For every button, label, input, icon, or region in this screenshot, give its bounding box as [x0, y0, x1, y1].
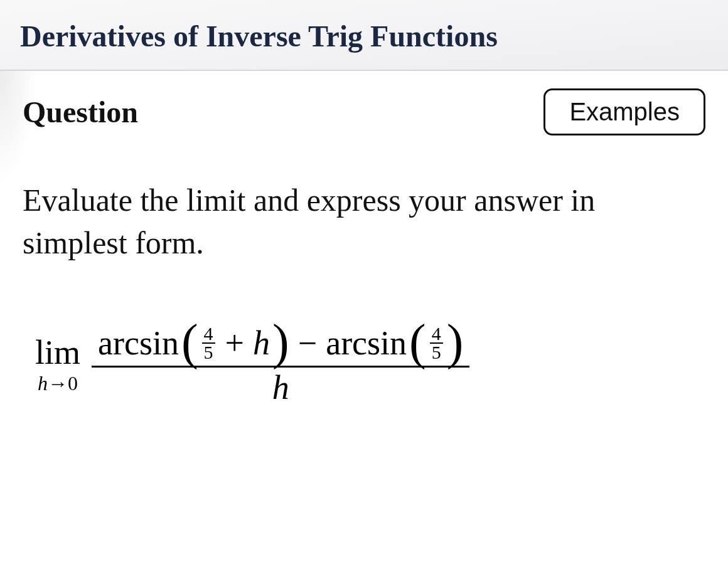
lparen-1: ( — [181, 322, 198, 362]
denom-h: h — [272, 370, 289, 406]
four-fifths-1: 4 5 — [202, 325, 215, 362]
limit-expression: lim h→0 arcsin ( 4 5 + h ) − arc — [23, 321, 705, 408]
lim-target: 0 — [68, 372, 78, 395]
var-h-1: h — [253, 326, 270, 361]
arcsin-2: arcsin — [326, 326, 407, 361]
examples-button[interactable]: Examples — [543, 88, 705, 135]
question-label: Question — [23, 95, 138, 129]
plus-op: + — [219, 326, 250, 361]
main-fraction: arcsin ( 4 5 + h ) − arcsin ( 4 5 — [92, 321, 469, 408]
fraction-numerator: arcsin ( 4 5 + h ) − arcsin ( 4 5 — [92, 321, 469, 368]
arrow-icon: → — [48, 372, 68, 395]
limit-operator: lim h→0 — [35, 336, 80, 393]
question-card: Question Examples Evaluate the limit and… — [0, 71, 728, 567]
arcsin-1: arcsin — [98, 326, 179, 361]
lim-var: h — [38, 372, 48, 395]
fraction-denominator: h — [266, 368, 296, 408]
question-prompt: Evaluate the limit and express your answ… — [23, 179, 705, 264]
rparen-1: ) — [272, 322, 289, 362]
topic-header: Derivatives of Inverse Trig Functions — [0, 0, 728, 71]
lim-subscript: h→0 — [38, 373, 78, 393]
minus-op: − — [292, 326, 323, 361]
lim-word: lim — [35, 336, 80, 369]
topic-title: Derivatives of Inverse Trig Functions — [20, 19, 708, 53]
lparen-2: ( — [409, 322, 426, 362]
four-fifths-2: 4 5 — [430, 325, 443, 362]
sfrac-den-2: 5 — [430, 344, 443, 362]
sfrac-num-2: 4 — [430, 325, 443, 344]
sfrac-den-1: 5 — [202, 344, 215, 362]
rparen-2: ) — [447, 322, 464, 362]
sfrac-num-1: 4 — [202, 325, 215, 344]
